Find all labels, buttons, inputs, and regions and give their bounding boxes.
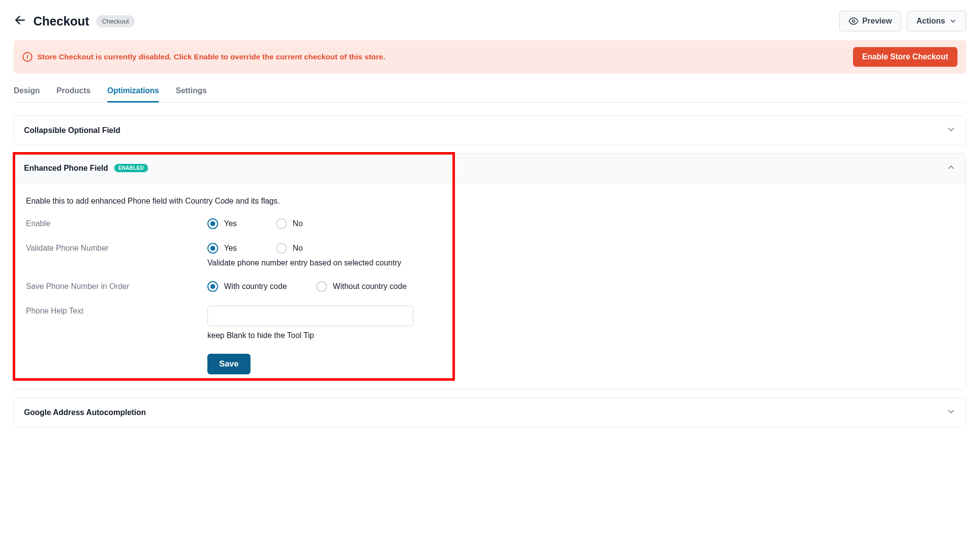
chevron-down-icon <box>946 125 956 136</box>
radio-icon <box>316 281 327 292</box>
preview-button[interactable]: Preview <box>839 11 901 31</box>
accordion-google-address-autocompletion: Google Address Autocompletion <box>14 397 966 427</box>
svg-point-1 <box>852 20 854 23</box>
radio-label: Without country code <box>333 282 406 291</box>
enabled-badge: ENABLED <box>114 164 149 172</box>
preview-label: Preview <box>862 17 892 26</box>
radio-icon <box>276 218 287 229</box>
radio-label: Yes <box>224 244 237 253</box>
accordion-collapsible-optional-field: Collapsible Optional Field <box>14 115 966 145</box>
radio-icon <box>207 243 218 254</box>
page-title: Checkout <box>33 14 89 28</box>
accordion-header-google-address[interactable]: Google Address Autocompletion <box>14 398 966 427</box>
chevron-down-icon <box>946 407 956 418</box>
validate-label: Validate Phone Number <box>26 243 207 253</box>
page-header: Checkout Checkout Preview Actions <box>14 11 966 31</box>
accordion-enhanced-phone-field: Enhanced Phone Field ENABLED Enable this… <box>14 153 966 390</box>
enable-yes-radio[interactable]: Yes <box>207 218 237 229</box>
actions-label: Actions <box>916 17 945 26</box>
save-button[interactable]: Save <box>207 354 251 374</box>
enable-label: Enable <box>26 218 207 228</box>
info-icon: i <box>23 52 32 62</box>
radio-icon <box>276 243 287 254</box>
radio-label: No <box>293 244 302 253</box>
validate-yes-radio[interactable]: Yes <box>207 243 237 254</box>
validate-no-radio[interactable]: No <box>276 243 302 254</box>
accordion-title: Collapsible Optional Field <box>24 126 120 135</box>
accordion-header-enhanced-phone[interactable]: Enhanced Phone Field ENABLED <box>14 154 966 183</box>
phone-help-text-input[interactable] <box>207 306 413 326</box>
back-arrow-icon[interactable] <box>14 14 26 28</box>
accordion-header-collapsible[interactable]: Collapsible Optional Field <box>14 116 966 145</box>
actions-button[interactable]: Actions <box>907 11 966 31</box>
phone-help-text-label: Phone Help Text <box>26 306 207 315</box>
alert-message: Store Checkout is currently disabled. Cl… <box>37 52 385 61</box>
accordion-title: Google Address Autocompletion <box>24 408 146 417</box>
alert-banner: i Store Checkout is currently disabled. … <box>14 40 966 74</box>
tabs: Design Products Optimizations Settings <box>14 86 966 103</box>
radio-label: With country code <box>224 282 287 291</box>
radio-label: No <box>293 219 302 228</box>
radio-icon <box>207 218 218 229</box>
page-badge: Checkout <box>96 15 135 27</box>
tab-design[interactable]: Design <box>14 86 40 103</box>
tab-settings[interactable]: Settings <box>176 86 206 103</box>
without-country-code-radio[interactable]: Without country code <box>316 281 406 292</box>
chevron-down-icon <box>949 17 957 25</box>
phone-help-hint: keep Blank to hide the Tool Tip <box>207 331 954 340</box>
enable-no-radio[interactable]: No <box>276 218 302 229</box>
tab-optimizations[interactable]: Optimizations <box>107 86 159 103</box>
eye-icon <box>849 16 858 26</box>
enable-store-checkout-button[interactable]: Enable Store Checkout <box>853 47 957 67</box>
accordion-title: Enhanced Phone Field <box>24 164 108 173</box>
validate-help-text: Validate phone number entry based on sel… <box>207 259 954 267</box>
section-description: Enable this to add enhanced Phone field … <box>26 197 954 206</box>
radio-icon <box>207 281 218 292</box>
chevron-up-icon <box>946 162 956 174</box>
tab-products[interactable]: Products <box>56 86 90 103</box>
radio-label: Yes <box>224 219 237 228</box>
save-order-label: Save Phone Number in Order <box>26 281 207 291</box>
with-country-code-radio[interactable]: With country code <box>207 281 287 292</box>
